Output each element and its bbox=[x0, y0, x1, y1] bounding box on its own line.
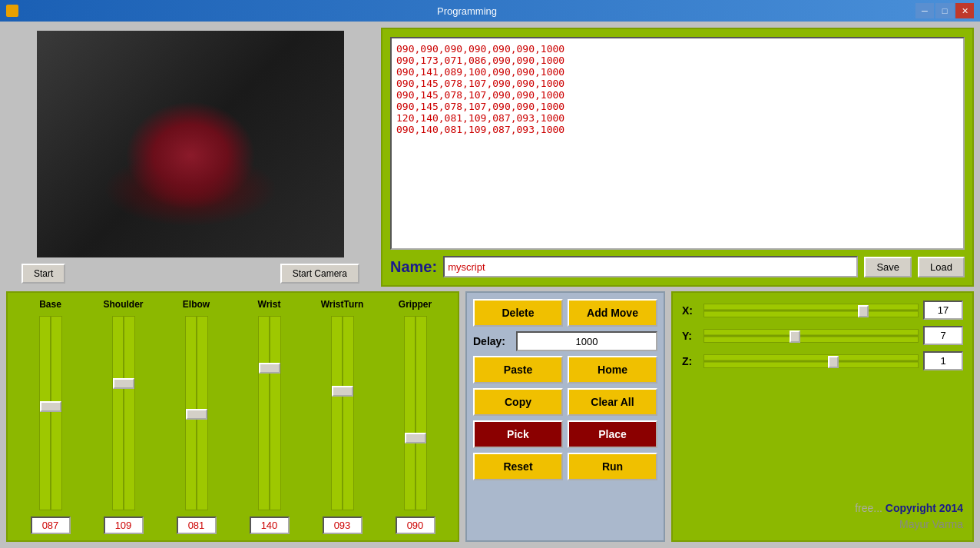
slider-track-gripper[interactable] bbox=[404, 316, 427, 510]
camera-panel: Start Start Camera bbox=[6, 28, 375, 287]
z-label: Z: bbox=[682, 355, 699, 367]
controls-row-3: Copy Clear All bbox=[473, 388, 657, 416]
delete-button[interactable]: Delete bbox=[473, 299, 563, 327]
copyright-line2: Mayur Varma bbox=[899, 518, 963, 530]
maximize-button[interactable]: □ bbox=[935, 3, 954, 18]
x-slider[interactable] bbox=[704, 304, 919, 317]
start-camera-button[interactable]: Start Camera bbox=[280, 264, 359, 284]
name-label: Name: bbox=[390, 258, 437, 276]
slider-handle-elbow[interactable] bbox=[186, 409, 207, 420]
z-row: Z: 1 bbox=[682, 351, 963, 370]
x-slider-track bbox=[704, 309, 918, 311]
camera-image-content bbox=[37, 31, 344, 257]
name-input[interactable] bbox=[443, 256, 858, 277]
y-slider-handle[interactable] bbox=[790, 330, 800, 343]
slider-value-base: 087 bbox=[31, 516, 71, 534]
slider-handle-base[interactable] bbox=[40, 401, 61, 412]
slider-label-base: Base bbox=[39, 299, 61, 310]
y-label: Y: bbox=[682, 330, 699, 342]
save-button[interactable]: Save bbox=[864, 257, 912, 277]
slider-label-wristturn: WristTurn bbox=[321, 299, 364, 310]
slider-value-elbow: 081 bbox=[177, 516, 217, 534]
z-slider[interactable] bbox=[704, 354, 919, 368]
load-button[interactable]: Load bbox=[918, 257, 965, 277]
slider-label-wrist: Wrist bbox=[258, 299, 281, 310]
window-controls: ─ □ ✕ bbox=[915, 3, 974, 18]
title-bar: Programming ─ □ ✕ bbox=[0, 0, 980, 22]
svg-rect-3 bbox=[13, 12, 17, 15]
x-slider-handle[interactable] bbox=[858, 305, 869, 317]
pick-button[interactable]: Pick bbox=[473, 420, 563, 448]
slider-line bbox=[269, 317, 270, 510]
delay-row: Delay: bbox=[473, 331, 657, 351]
paste-button[interactable]: Paste bbox=[473, 356, 563, 384]
slider-col-gripper: Gripper090 bbox=[380, 299, 450, 534]
add-move-button[interactable]: Add Move bbox=[568, 299, 657, 327]
slider-line bbox=[123, 317, 124, 510]
slider-track-shoulder[interactable] bbox=[112, 316, 135, 510]
y-value: 7 bbox=[923, 326, 963, 345]
slider-col-shoulder: Shoulder109 bbox=[88, 299, 158, 534]
slider-track-elbow[interactable] bbox=[185, 316, 208, 510]
slider-line bbox=[415, 317, 416, 510]
slider-track-wrist[interactable] bbox=[258, 316, 281, 510]
slider-label-elbow: Elbow bbox=[183, 299, 210, 310]
controls-row-2: Paste Home bbox=[473, 356, 657, 384]
start-button[interactable]: Start bbox=[22, 264, 65, 284]
z-slider-track bbox=[704, 360, 918, 362]
place-button[interactable]: Place bbox=[568, 420, 657, 448]
controls-row-5: Reset Run bbox=[473, 453, 657, 480]
slider-col-wrist: Wrist140 bbox=[234, 299, 304, 534]
slider-line bbox=[342, 317, 343, 510]
slider-value-wristturn: 093 bbox=[323, 516, 363, 534]
controls-row-1: Delete Add Move bbox=[473, 299, 657, 327]
minimize-button[interactable]: ─ bbox=[915, 3, 934, 18]
run-button[interactable]: Run bbox=[568, 453, 657, 480]
slider-label-shoulder: Shoulder bbox=[103, 299, 143, 310]
z-value: 1 bbox=[923, 351, 963, 370]
top-row: Start Start Camera 090,090,090,090,090,0… bbox=[6, 28, 974, 287]
camera-buttons: Start Start Camera bbox=[6, 261, 375, 287]
y-row: Y: 7 bbox=[682, 326, 963, 345]
slider-line bbox=[50, 317, 51, 510]
svg-rect-2 bbox=[8, 12, 12, 15]
close-button[interactable]: ✕ bbox=[955, 3, 974, 18]
slider-track-base[interactable] bbox=[39, 316, 62, 510]
title-bar-left bbox=[6, 5, 18, 17]
delay-label: Delay: bbox=[473, 335, 512, 347]
slider-track-wristturn[interactable] bbox=[331, 316, 354, 510]
slider-handle-wristturn[interactable] bbox=[332, 386, 353, 397]
x-row: X: 17 bbox=[682, 301, 963, 320]
slider-col-wristturn: WristTurn093 bbox=[307, 299, 377, 534]
slider-label-gripper: Gripper bbox=[399, 299, 432, 310]
bottom-row: Base087Shoulder109Elbow081Wrist140WristT… bbox=[6, 291, 974, 542]
data-panel: 090,090,090,090,090,090,1000090,173,071,… bbox=[381, 28, 974, 287]
data-output: 090,090,090,090,090,090,1000090,173,071,… bbox=[390, 37, 965, 250]
slider-col-base: Base087 bbox=[15, 299, 85, 534]
slider-handle-shoulder[interactable] bbox=[113, 378, 134, 389]
delay-input[interactable] bbox=[516, 331, 657, 351]
app-icon bbox=[6, 5, 18, 17]
z-slider-handle[interactable] bbox=[828, 356, 839, 368]
slider-col-elbow: Elbow081 bbox=[161, 299, 231, 534]
slider-value-wrist: 140 bbox=[250, 516, 290, 534]
sliders-panel: Base087Shoulder109Elbow081Wrist140WristT… bbox=[6, 291, 459, 542]
y-slider-track bbox=[704, 334, 918, 337]
y-slider[interactable] bbox=[704, 329, 919, 343]
controls-panel: Delete Add Move Delay: Paste Home Copy C… bbox=[465, 291, 665, 542]
main-content: Start Start Camera 090,090,090,090,090,0… bbox=[0, 22, 980, 548]
x-value: 17 bbox=[923, 301, 963, 320]
controls-row-4: Pick Place bbox=[473, 420, 657, 448]
slider-value-shoulder: 109 bbox=[104, 516, 144, 534]
svg-rect-0 bbox=[8, 6, 12, 10]
home-button[interactable]: Home bbox=[568, 356, 657, 384]
copy-button[interactable]: Copy bbox=[473, 388, 563, 416]
copyright: free... Copyright 2014 Mayur Varma bbox=[682, 500, 963, 533]
copyright-line1: free... Copyright 2014 bbox=[855, 502, 963, 514]
reset-button[interactable]: Reset bbox=[473, 453, 563, 480]
slider-handle-wrist[interactable] bbox=[259, 363, 280, 374]
svg-rect-1 bbox=[13, 6, 17, 10]
slider-handle-gripper[interactable] bbox=[405, 433, 426, 443]
clear-all-button[interactable]: Clear All bbox=[568, 388, 657, 416]
camera-feed bbox=[37, 31, 344, 257]
